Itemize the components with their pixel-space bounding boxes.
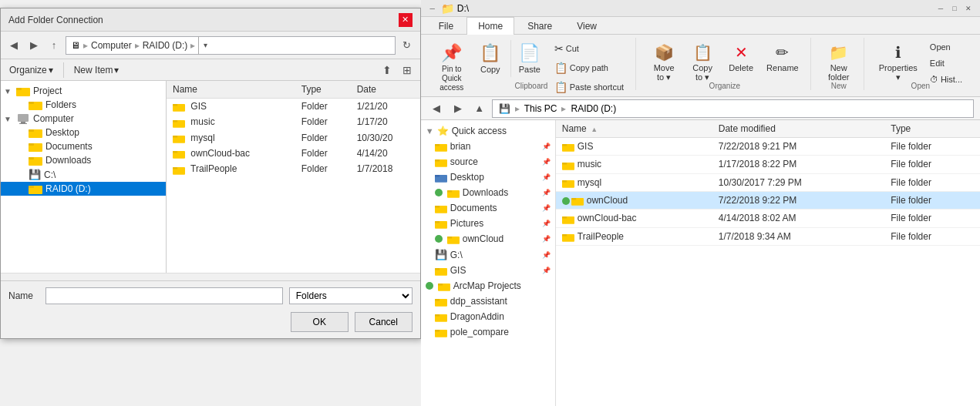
main-file-name: mysql (556, 173, 712, 191)
nav-arcmap[interactable]: ArcMap Projects (421, 278, 555, 294)
tab-view[interactable]: View (565, 17, 608, 35)
organize-button[interactable]: Organize ▾ (5, 62, 57, 78)
view-icon-button[interactable]: ⊞ (399, 62, 416, 79)
nav-up-button[interactable]: ▲ (470, 99, 489, 118)
table-row[interactable]: ownCloud 7/22/2018 9:22 PM File folder (556, 191, 980, 209)
explorer-nav: ◀ ▶ ▲ 💾 ▸ This PC ▸ RAID0 (D:) (421, 97, 980, 120)
tree-item-documents[interactable]: Documents (1, 139, 166, 153)
g-drive-icon: 💾 (435, 249, 447, 260)
nav-owncloud[interactable]: ownCloud 📌 (421, 231, 555, 247)
tab-share[interactable]: Share (516, 17, 564, 35)
tree-label-computer: Computer (33, 113, 74, 124)
tree-label-project: Project (33, 86, 62, 96)
tab-file[interactable]: File (427, 17, 465, 35)
paste-icon: 📄 (519, 43, 540, 63)
nav-ddp[interactable]: ddp_assistant (421, 294, 555, 309)
up-button[interactable]: ↑ (45, 37, 62, 54)
copy-path-icon: 📋 (554, 62, 567, 74)
folders-icon (29, 99, 42, 110)
back-button[interactable]: ◀ (5, 37, 22, 54)
maximize-window-button[interactable]: □ (949, 3, 960, 14)
edit-button[interactable]: Edit (924, 55, 968, 71)
delete-button[interactable]: ✕ Delete (722, 39, 759, 76)
move-to-button[interactable]: 📦 Moveto ▾ (645, 39, 682, 86)
nav-forward-button[interactable]: ▶ (449, 99, 467, 118)
cancel-button[interactable]: Cancel (355, 312, 413, 332)
dialog-body: ▼ Project Folders ▼ Computer Desktop (1, 81, 420, 273)
paste-button[interactable]: 📄 Paste (510, 39, 547, 78)
nav-quick-access[interactable]: ▼ ⭐ Quick access (421, 123, 555, 139)
tree-item-project[interactable]: ▼ Project (1, 84, 166, 98)
rename-button[interactable]: ✏ Rename (761, 39, 804, 76)
table-row[interactable]: ownCloud-bac Folder 4/14/20 (167, 146, 420, 161)
col-name[interactable]: Name (167, 81, 295, 99)
properties-button[interactable]: ℹ Properties▾ (874, 39, 923, 86)
main-col-name[interactable]: Name ▲ (556, 120, 712, 138)
forward-button[interactable]: ▶ (25, 37, 42, 54)
table-row[interactable]: ownCloud-bac 4/14/2018 8:02 AM File fold… (556, 210, 980, 227)
tree-item-folders[interactable]: Folders (1, 98, 166, 112)
copy-path-button[interactable]: 📋 Copy path (549, 59, 629, 77)
ddp-icon (435, 297, 447, 307)
table-row[interactable]: music 1/17/2018 8:22 PM File folder (556, 156, 980, 173)
nav-documents[interactable]: Documents 📌 (421, 200, 555, 216)
nav-dragon[interactable]: DragonAddin (421, 309, 555, 324)
documents-folder-icon (29, 141, 42, 152)
nav-gis[interactable]: GIS 📌 (421, 263, 555, 278)
tree-item-downloads[interactable]: Downloads (1, 153, 166, 167)
copy-to-button[interactable]: 📋 Copyto ▾ (684, 39, 721, 86)
file-type: Folder (295, 146, 351, 161)
open-button[interactable]: Open (924, 39, 968, 55)
table-row[interactable]: mysql Folder 10/30/20 (167, 130, 420, 146)
tree-item-c-drive[interactable]: 💾 C:\ (1, 167, 166, 182)
nav-downloads[interactable]: Downloads 📌 (421, 185, 555, 200)
ok-button[interactable]: OK (291, 312, 349, 332)
copy-button[interactable]: 📋 Copy (472, 39, 509, 78)
downloads-badge (435, 189, 443, 196)
close-window-button[interactable]: ✕ (963, 3, 974, 14)
nav-back-button[interactable]: ◀ (427, 99, 446, 118)
name-input[interactable] (45, 287, 283, 304)
table-row[interactable]: mysql 10/30/2017 7:29 PM File folder (556, 173, 980, 191)
minimize-window-button[interactable]: ─ (935, 3, 946, 14)
dialog-close-button[interactable]: ✕ (399, 13, 413, 27)
col-date[interactable]: Date (351, 81, 420, 99)
new-item-button[interactable]: New Item ▾ (70, 62, 123, 78)
main-col-date[interactable]: Date modified (712, 120, 884, 138)
arcmap-icon (438, 281, 450, 291)
dialog-scrollbar[interactable] (1, 273, 420, 280)
window-icon: 📁 (441, 2, 454, 15)
nav-pictures[interactable]: Pictures 📌 (421, 216, 555, 231)
table-row[interactable]: GIS 7/22/2018 9:21 PM File folder (556, 138, 980, 156)
tree-item-desktop[interactable]: Desktop (1, 126, 166, 139)
type-select[interactable]: Folders (289, 287, 413, 304)
nav-desktop[interactable]: Desktop 📌 (421, 169, 555, 185)
table-row[interactable]: music Folder 1/17/20 (167, 114, 420, 129)
nav-source[interactable]: source 📌 (421, 154, 555, 169)
col-type[interactable]: Type (295, 81, 351, 99)
file-date: 1/21/20 (351, 99, 420, 115)
nav-brian[interactable]: brian 📌 (421, 139, 555, 154)
table-row[interactable]: GIS Folder 1/21/20 (167, 99, 420, 115)
table-row[interactable]: TrailPeople 1/7/2018 9:34 AM File folder (556, 227, 980, 245)
minimize-button[interactable]: ─ (427, 3, 438, 14)
gis-nav-icon (435, 266, 447, 276)
source-label: source (450, 156, 478, 167)
refresh-button[interactable]: ↻ (399, 37, 416, 54)
path-dropdown[interactable]: ▾ (198, 36, 212, 55)
cut-button[interactable]: ✂ Cut (549, 39, 629, 58)
nav-pole[interactable]: pole_compare (421, 324, 555, 340)
tree-item-raid0[interactable]: RAID0 (D:) (1, 182, 166, 196)
new-folder-button[interactable]: 📁 Newfolder (820, 39, 857, 86)
quick-access-icon: ⭐ (437, 126, 449, 136)
gis-pin-icon: 📌 (542, 267, 551, 274)
table-row[interactable]: TrailPeople Folder 1/7/2018 (167, 161, 420, 176)
quick-access-label: Quick access (452, 126, 507, 136)
up-icon-button[interactable]: ⬆ (379, 62, 396, 79)
tab-home[interactable]: Home (466, 17, 514, 35)
svg-rect-26 (435, 143, 439, 146)
tree-item-computer[interactable]: ▼ Computer (1, 112, 166, 126)
nav-g-drive[interactable]: 💾 G:\ 📌 (421, 247, 555, 263)
main-col-type[interactable]: Type (884, 120, 980, 138)
file-name: GIS (167, 99, 295, 115)
